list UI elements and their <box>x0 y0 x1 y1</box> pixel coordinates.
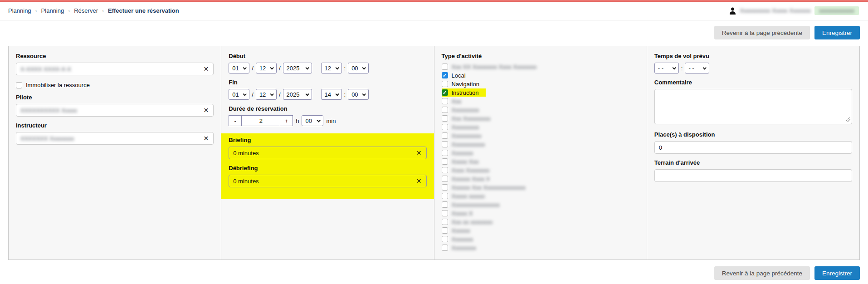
activity-checkbox[interactable]: ✓ <box>442 89 448 96</box>
briefing-clear-icon[interactable]: ✕ <box>416 150 422 156</box>
end-year-select[interactable]: 2025 <box>283 89 312 100</box>
activity-item[interactable]: ✓Local <box>442 71 473 79</box>
breadcrumb-item[interactable]: Planning <box>8 7 31 14</box>
activity-item-label: Xxxxxxxx <box>452 245 478 251</box>
activity-item[interactable]: ✓Instruction <box>442 88 486 97</box>
activity-item[interactable]: Xxxxx xxxxxx <box>442 192 492 200</box>
resource-clear-icon[interactable]: ✕ <box>204 66 209 72</box>
duration-plus-button[interactable]: + <box>280 116 293 126</box>
back-button[interactable]: Revenir à la page précédente <box>714 26 810 39</box>
activity-item[interactable]: Xxx xx xxxxxxxx <box>442 218 500 226</box>
activity-item[interactable]: Navigation <box>442 80 487 88</box>
pilot-clear-icon[interactable]: ✕ <box>204 107 209 113</box>
end-hour-select[interactable]: 14 <box>321 89 342 100</box>
activity-checkbox[interactable] <box>442 219 448 225</box>
immobilize-checkbox[interactable] <box>16 82 22 88</box>
activity-item[interactable]: Xxxxx XX <box>442 209 480 217</box>
start-day-select[interactable]: 01 <box>229 63 249 73</box>
instructor-input[interactable]: XXXXXXX Xxxxxxxx ✕ <box>16 132 214 145</box>
activity-item[interactable]: Xxxxxxxxx <box>442 106 487 114</box>
activity-checkbox[interactable] <box>442 167 448 173</box>
activity-item[interactable]: Xxx Xxxxxxxxx <box>442 114 499 122</box>
activity-item-label: Xxx <box>452 98 462 105</box>
start-hour-select[interactable]: 12 <box>321 63 342 73</box>
activity-checkbox[interactable] <box>442 81 448 87</box>
back-button[interactable]: Revenir à la page précédente <box>714 266 810 280</box>
activity-checkbox[interactable] <box>442 210 448 216</box>
activity-checkbox[interactable] <box>442 132 448 139</box>
activity-checkbox[interactable] <box>442 124 448 130</box>
time-separator: : <box>344 91 346 98</box>
comment-textarea[interactable] <box>654 89 852 124</box>
activity-item[interactable]: Xxxxxxxxxxx <box>442 140 494 148</box>
activity-item[interactable]: Xxxx Xxxxxxxx <box>442 166 497 174</box>
chevron-down-icon <box>335 66 339 69</box>
activity-checkbox[interactable] <box>442 184 448 191</box>
flight-time-row: - - : - - <box>654 63 852 73</box>
pilot-input[interactable]: XXXXXXXXXX Xxxxx ✕ <box>16 104 214 117</box>
activity-checkbox[interactable] <box>442 115 448 122</box>
end-minute-select[interactable]: 00 <box>348 89 369 100</box>
activity-item-label: Xxxxxxxxxx <box>452 132 481 139</box>
breadcrumb-item[interactable]: Effectuer une réservation <box>108 7 179 14</box>
activity-checkbox[interactable] <box>442 107 448 113</box>
debriefing-clear-icon[interactable]: ✕ <box>416 178 422 184</box>
flight-time-hours-select[interactable]: - - <box>654 63 679 73</box>
instructor-clear-icon[interactable]: ✕ <box>204 135 209 142</box>
activity-checkbox[interactable] <box>442 245 448 251</box>
activity-checkbox[interactable] <box>442 150 448 156</box>
activity-item[interactable]: Xxxxxxx <box>442 149 481 157</box>
activity-item[interactable]: Xxxxxx Xxx Xxxxxxxxxxxxxx <box>442 183 533 191</box>
user-info[interactable]: Xxxxxxxxxx Xxxxx Xxxxxxx xxxxxxxxxxxx <box>729 6 859 15</box>
chevron-down-icon <box>243 92 247 96</box>
arrival-label: Terrain d'arrivée <box>654 159 852 166</box>
activity-checkbox[interactable] <box>442 98 448 104</box>
start-month-select[interactable]: 12 <box>256 63 277 73</box>
save-button[interactable]: Enregistrer <box>814 266 860 280</box>
activity-checkbox[interactable] <box>442 201 448 208</box>
start-year-select[interactable]: 2025 <box>283 63 312 73</box>
activity-checkbox[interactable] <box>442 236 448 242</box>
resource-input[interactable]: X-XXXX XXXX-X-X ✕ <box>16 63 214 75</box>
activity-item[interactable]: Xxxxxxxxx <box>442 123 488 131</box>
activity-item[interactable]: Xxxxxx Xxxx Xx <box>442 175 497 183</box>
end-month-select[interactable]: 12 <box>256 89 277 100</box>
activity-checkbox[interactable] <box>442 141 448 147</box>
immobilize-row[interactable]: Immobiliser la ressource <box>16 82 214 88</box>
activity-column: Type d'activité Xxx XX Xxxxxxxx Xxxx Xxx… <box>434 46 647 260</box>
briefing-input[interactable]: 0 minutes ✕ <box>229 147 426 159</box>
activity-checkbox[interactable] <box>442 227 448 234</box>
activity-item-label: Xxxxx Xxx <box>452 158 480 165</box>
activity-checkbox[interactable] <box>442 176 448 182</box>
breadcrumb-item[interactable]: Réserver <box>74 7 98 14</box>
resource-column: Ressource X-XXXX XXXX-X-X ✕ Immobiliser … <box>9 46 221 260</box>
save-button[interactable]: Enregistrer <box>814 26 860 39</box>
activity-item[interactable]: Xxxxxxxx <box>442 244 485 252</box>
duration-hours-input[interactable] <box>241 116 280 126</box>
activity-item[interactable]: Xxxxxxxxxxxxxxxx XX <box>442 201 509 209</box>
activity-item[interactable]: Xxx XX Xxxxxxxx Xxxx Xxxxxxxxx <box>442 63 544 71</box>
duration-minus-button[interactable]: - <box>229 116 241 126</box>
activity-checkbox[interactable] <box>442 193 448 199</box>
start-minute-select[interactable]: 00 <box>348 63 369 73</box>
duration-row: - + h 00 min <box>229 115 426 126</box>
duration-minutes-select[interactable]: 00 <box>302 115 323 126</box>
arrival-input[interactable] <box>654 169 852 182</box>
breadcrumb-item[interactable]: Planning <box>41 7 64 14</box>
activity-checkbox[interactable]: ✓ <box>442 72 448 78</box>
activity-checkbox[interactable] <box>442 158 448 165</box>
activity-item[interactable]: Xxxxxxxxxx <box>442 132 488 140</box>
debriefing-input[interactable]: 0 minutes ✕ <box>229 175 426 187</box>
activity-item-label: Xxxxxxxxxxx <box>452 141 487 148</box>
user-badge: xxxxxxxxxxxx <box>814 6 859 15</box>
activity-checkbox[interactable] <box>442 64 448 70</box>
end-day-select[interactable]: 01 <box>229 89 249 100</box>
activity-item[interactable]: Xxxxxxx <box>442 235 484 243</box>
activity-item[interactable]: Xxxxxx <box>442 226 477 235</box>
seats-input[interactable] <box>654 141 852 154</box>
pilot-value: XXXXXXXXXX Xxxxx <box>20 107 77 114</box>
chevron-down-icon <box>305 66 309 69</box>
flight-time-minutes-select[interactable]: - - <box>685 63 709 73</box>
activity-item[interactable]: Xxxxx Xxx <box>442 157 488 166</box>
activity-item[interactable]: Xxx <box>442 97 469 105</box>
